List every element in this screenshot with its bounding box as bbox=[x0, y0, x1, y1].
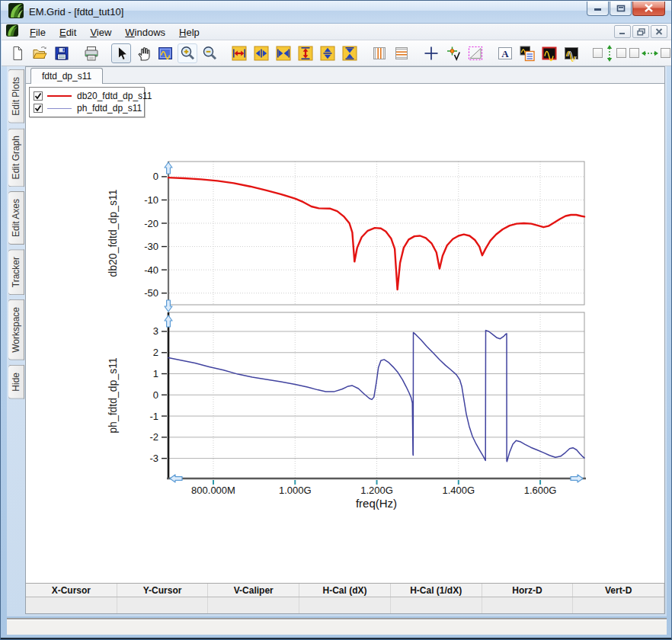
tracker-col-x-cursor: X-Cursor bbox=[26, 584, 117, 597]
svg-text:0: 0 bbox=[153, 389, 158, 401]
status-bar bbox=[7, 618, 667, 635]
x-out-blue-button[interactable] bbox=[251, 43, 271, 63]
text-tool-button[interactable]: A bbox=[495, 43, 515, 63]
svg-text:-50: -50 bbox=[144, 287, 158, 299]
y-out-blue-button[interactable] bbox=[318, 43, 338, 63]
sidebar-tab-edit-plots[interactable]: Edit Plots bbox=[8, 69, 24, 123]
plot-overlay-button[interactable] bbox=[562, 43, 581, 63]
menu-view[interactable]: View bbox=[83, 25, 118, 40]
v-gridlines-icon bbox=[370, 44, 389, 62]
fit-horizontal-group-checkbox-left[interactable] bbox=[629, 48, 639, 58]
minimize-button[interactable] bbox=[587, 2, 609, 16]
svg-text:db20_fdtd_dp_s11: db20_fdtd_dp_s11 bbox=[107, 189, 119, 277]
tracker-value-h-cal-dx bbox=[299, 597, 391, 613]
x-out-blue-icon bbox=[252, 44, 270, 62]
pan-tool-icon bbox=[134, 44, 152, 62]
tracker-value-y-cursor bbox=[117, 597, 209, 613]
maximize-button[interactable] bbox=[610, 2, 632, 16]
fit-vertical-group-checkbox-right[interactable] bbox=[616, 48, 626, 58]
legend-line-sample bbox=[47, 95, 72, 97]
legend-item-db20-fdtd-dp-s11: db20_fdtd_dp_s11 bbox=[34, 90, 140, 102]
sidebar-tab-tracker[interactable]: Tracker bbox=[8, 249, 24, 295]
tab-label: fdtd_dp_s11 bbox=[42, 71, 91, 82]
sidebar: Edit PlotsEdit GraphEdit AxesTrackerWork… bbox=[7, 69, 25, 404]
svg-text:800.000M: 800.000M bbox=[191, 485, 235, 496]
fit-horizontal-group-arrow-icon bbox=[641, 48, 659, 59]
sidebar-tab-edit-axes[interactable]: Edit Axes bbox=[8, 191, 24, 245]
new-file-button[interactable] bbox=[8, 43, 27, 63]
h-gridlines-button[interactable] bbox=[392, 43, 411, 63]
open-file-button[interactable] bbox=[30, 43, 50, 63]
svg-text:-3: -3 bbox=[149, 453, 158, 464]
mdi-close-button[interactable] bbox=[651, 25, 667, 38]
fit-vertical-group-arrow-icon bbox=[604, 44, 615, 62]
tracker-col-horz-d: Horz-D bbox=[482, 584, 574, 597]
plot-single-button[interactable] bbox=[539, 43, 559, 63]
x-in-blue-icon bbox=[274, 44, 293, 62]
v-gridlines-button[interactable] bbox=[370, 43, 389, 63]
plot-report-button[interactable] bbox=[517, 43, 537, 63]
plot-fit-button[interactable] bbox=[155, 43, 175, 63]
menu-file[interactable]: File bbox=[23, 25, 53, 40]
pan-tool-button[interactable] bbox=[133, 43, 153, 63]
tracker-col-v-caliper: V-Caliper bbox=[208, 584, 299, 597]
sidebar-tab-edit-graph[interactable]: Edit Graph bbox=[8, 128, 24, 187]
fit-vertical-group[interactable] bbox=[593, 44, 626, 62]
zoom-in-icon bbox=[178, 44, 197, 62]
tracker-col-y-cursor: Y-Cursor bbox=[117, 584, 209, 597]
legend-checkbox[interactable] bbox=[34, 91, 43, 101]
tab-fdtd-dp-s11[interactable]: fdtd_dp_s11 bbox=[30, 68, 103, 84]
tracker-col-h-cal-dx: H-Cal (dX) bbox=[299, 584, 391, 597]
cross-tool-button[interactable] bbox=[421, 43, 441, 63]
svg-text:-20: -20 bbox=[144, 218, 158, 229]
y-expand-red-button[interactable] bbox=[296, 43, 315, 63]
legend-item-ph-fdtd-dp-s11: ph_fdtd_dp_s11 bbox=[34, 102, 140, 114]
mdi-minimize-button[interactable] bbox=[614, 25, 631, 38]
y-expand-red-icon bbox=[296, 44, 315, 62]
svg-text:-40: -40 bbox=[144, 264, 158, 276]
menu-windows[interactable]: Windows bbox=[118, 25, 172, 40]
fit-horizontal-group[interactable] bbox=[629, 48, 670, 59]
x-expand-red-button[interactable] bbox=[229, 43, 249, 63]
fit-vertical-group-checkbox-left[interactable] bbox=[593, 48, 603, 58]
fit-horizontal-group-checkbox-right[interactable] bbox=[661, 48, 670, 58]
tracker-tool-icon bbox=[444, 44, 462, 62]
svg-text:-2: -2 bbox=[149, 431, 158, 443]
sidebar-tab-workspace[interactable]: Workspace bbox=[8, 299, 24, 360]
text-tool-icon: A bbox=[496, 44, 514, 62]
new-file-icon bbox=[8, 44, 27, 62]
plot-canvas[interactable]: db20_fdtd_dp_s11ph_fdtd_dp_s11 0-10-20-3… bbox=[26, 84, 664, 583]
menu-edit[interactable]: Edit bbox=[53, 25, 83, 40]
zoom-in-button[interactable] bbox=[178, 43, 197, 63]
caliper-tool-button[interactable] bbox=[466, 43, 485, 63]
print-icon bbox=[82, 44, 101, 62]
plot-report-icon bbox=[518, 44, 536, 62]
tracker-value-horz-d bbox=[482, 597, 574, 613]
legend: db20_fdtd_dp_s11ph_fdtd_dp_s11 bbox=[29, 87, 145, 117]
tracker-tool-button[interactable] bbox=[443, 43, 463, 63]
svg-text:0: 0 bbox=[153, 171, 158, 182]
svg-text:1.600G: 1.600G bbox=[524, 485, 557, 496]
document-area: fdtd_dp_s11 db20_fdtd_dp_s11ph_fdtd_dp_s… bbox=[25, 66, 665, 614]
app-logo-icon bbox=[8, 3, 24, 21]
plot-single-icon bbox=[540, 44, 558, 62]
svg-text:-30: -30 bbox=[144, 241, 158, 252]
x-in-blue-button[interactable] bbox=[274, 43, 293, 63]
print-button[interactable] bbox=[82, 43, 101, 63]
chart[interactable]: 0-10-20-30-40-50db20_fdtd_dp_s113210-1-2… bbox=[104, 145, 607, 510]
legend-checkbox[interactable] bbox=[34, 104, 43, 113]
cross-tool-icon bbox=[422, 44, 440, 62]
menu-help[interactable]: Help bbox=[172, 25, 206, 40]
x-expand-red-icon bbox=[230, 44, 248, 62]
menu-bar: FileEditViewWindowsHelp bbox=[2, 24, 672, 40]
svg-text:1: 1 bbox=[153, 368, 158, 379]
y-in-blue-button[interactable] bbox=[340, 43, 360, 63]
close-button[interactable] bbox=[632, 2, 665, 16]
mdi-restore-button[interactable] bbox=[632, 25, 649, 38]
save-file-button[interactable] bbox=[52, 43, 72, 63]
title-bar[interactable]: EM.Grid - [fdtd_tut10] bbox=[1, 1, 671, 24]
tracker-value-v-caliper bbox=[208, 597, 299, 613]
sidebar-tab-hide[interactable]: Hide bbox=[8, 365, 24, 399]
zoom-out-button[interactable] bbox=[200, 43, 219, 63]
select-tool-button[interactable] bbox=[111, 43, 131, 63]
